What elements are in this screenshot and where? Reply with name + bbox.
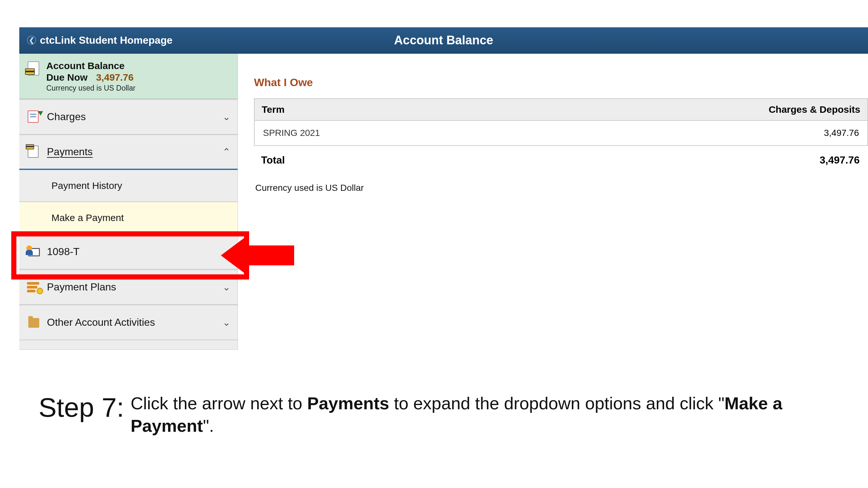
total-amount: 3,497.76 bbox=[733, 154, 868, 166]
section-title: What I Owe bbox=[254, 76, 868, 89]
chevron-left-icon: ❮ bbox=[27, 36, 36, 45]
sidebar-item-label: Charges bbox=[47, 111, 222, 123]
payment-plans-icon bbox=[26, 281, 42, 294]
sidebar-item-label: Other Account Activities bbox=[47, 317, 222, 328]
total-label: Total bbox=[254, 154, 733, 166]
body-row: Account Balance Due Now 3,497.76 Currenc… bbox=[19, 54, 868, 350]
currency-note: Currency used is US Dollar bbox=[254, 183, 868, 193]
sidebar-item-1098t[interactable]: 1098-T ⌄ bbox=[19, 234, 238, 269]
sidebar-item-payments[interactable]: Payments ⌃ bbox=[19, 135, 238, 170]
sidebar-subitem-make-payment[interactable]: Make a Payment bbox=[19, 202, 238, 234]
sidebar: Account Balance Due Now 3,497.76 Currenc… bbox=[19, 54, 238, 350]
payments-submenu: Payment History Make a Payment bbox=[19, 170, 238, 234]
balance-due-label: Due Now bbox=[46, 72, 88, 83]
balance-currency-note: Currency used is US Dollar bbox=[46, 84, 135, 93]
sidebar-item-other-activities[interactable]: Other Account Activities ⌄ bbox=[19, 305, 238, 340]
sidebar-item-label: Make a Payment bbox=[52, 213, 124, 223]
app-screenshot: ❮ ctcLink Student Homepage Account Balan… bbox=[19, 27, 868, 350]
chevron-down-icon: ⌄ bbox=[222, 317, 230, 328]
sidebar-item-charges[interactable]: Charges ⌄ bbox=[19, 99, 238, 135]
instruction-text: Step 7: Click the arrow next to Payments… bbox=[38, 392, 797, 437]
account-balance-icon bbox=[25, 61, 40, 77]
owe-table: Term Charges & Deposits SPRING 2021 3,49… bbox=[254, 98, 868, 166]
payments-icon bbox=[26, 145, 42, 158]
step-label: Step 7: bbox=[38, 392, 124, 421]
sidebar-spacer bbox=[19, 340, 238, 350]
sidebar-item-label: Payment History bbox=[52, 180, 122, 191]
chevron-down-icon: ⌄ bbox=[222, 111, 230, 122]
folder-icon bbox=[26, 316, 42, 329]
charges-icon bbox=[26, 110, 42, 123]
table-header: Term Charges & Deposits bbox=[254, 98, 868, 121]
chevron-down-icon: ⌄ bbox=[222, 246, 230, 257]
step-body: Click the arrow next to Payments to expa… bbox=[130, 392, 797, 437]
header-bar: ❮ ctcLink Student Homepage Account Balan… bbox=[19, 27, 868, 54]
main-content: What I Owe Term Charges & Deposits SPRIN… bbox=[238, 54, 868, 350]
column-header-term: Term bbox=[255, 99, 732, 120]
cell-term: SPRING 2021 bbox=[255, 121, 732, 145]
sidebar-item-payment-plans[interactable]: Payment Plans ⌄ bbox=[19, 269, 238, 305]
balance-title: Account Balance bbox=[46, 60, 135, 72]
balance-card: Account Balance Due Now 3,497.76 Currenc… bbox=[19, 54, 238, 99]
balance-due-amount: 3,497.76 bbox=[96, 72, 134, 83]
back-link-label: ctcLink Student Homepage bbox=[40, 34, 173, 46]
sidebar-subitem-payment-history[interactable]: Payment History bbox=[19, 170, 238, 202]
cell-amount: 3,497.76 bbox=[732, 121, 867, 145]
chevron-up-icon: ⌃ bbox=[222, 146, 230, 157]
sidebar-item-label: Payment Plans bbox=[47, 281, 222, 293]
1098t-icon bbox=[26, 246, 42, 258]
back-link[interactable]: ❮ ctcLink Student Homepage bbox=[19, 34, 173, 46]
table-total-row: Total 3,497.76 bbox=[254, 146, 868, 166]
table-row: SPRING 2021 3,497.76 bbox=[254, 121, 868, 146]
chevron-down-icon: ⌄ bbox=[222, 282, 230, 293]
column-header-charges: Charges & Deposits bbox=[732, 99, 867, 120]
sidebar-item-label: Payments bbox=[47, 146, 222, 158]
sidebar-item-label: 1098-T bbox=[47, 246, 222, 258]
